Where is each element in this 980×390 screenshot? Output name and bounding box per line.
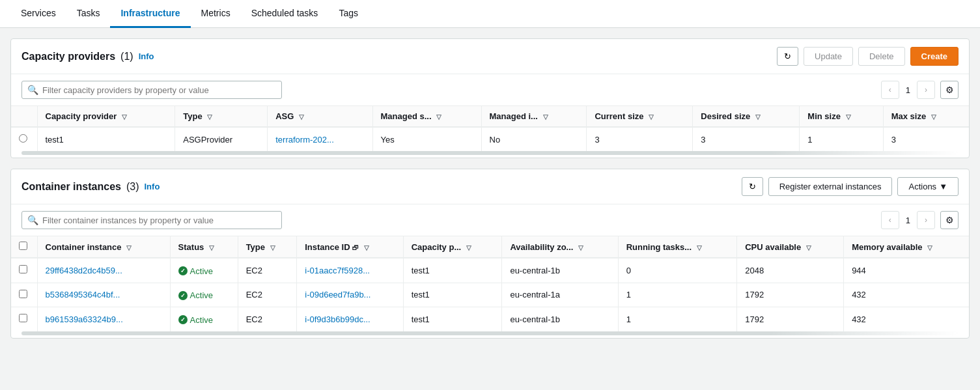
ci-row-check-0[interactable] — [11, 258, 37, 283]
capacity-providers-title-text: Capacity providers — [21, 51, 115, 63]
container-instances-prev-page[interactable]: ‹ — [881, 211, 899, 229]
col-ci-availability-zo[interactable]: Availability zo... ▽ — [502, 236, 618, 258]
ci-row-az-2: eu-central-1b — [502, 307, 618, 331]
cp-row-managed-i-0: No — [481, 127, 587, 151]
tab-tasks[interactable]: Tasks — [66, 0, 111, 28]
ci-row-running-tasks-0: 0 — [618, 258, 737, 283]
container-instances-scrollbar — [21, 331, 959, 335]
tab-infrastructure[interactable]: Infrastructure — [110, 0, 190, 28]
ci-row-capacity-p-1: test1 — [403, 283, 502, 307]
col-ci-instance-id[interactable]: Instance ID 🗗 ▽ — [297, 236, 403, 258]
ci-row-type-0: EC2 — [238, 258, 297, 283]
capacity-providers-actions: ↻ Update Delete Create — [777, 47, 959, 66]
cp-row-desired-size-0: 3 — [693, 127, 800, 151]
tabs-bar: Services Tasks Infrastructure Metrics Sc… — [0, 0, 980, 28]
ci-row-running-tasks-2: 1 — [618, 307, 737, 331]
ci-row-cpu-1: 1792 — [737, 283, 844, 307]
ci-row-memory-0: 944 — [844, 258, 969, 283]
col-ci-cpu-available[interactable]: CPU available ▽ — [737, 236, 844, 258]
container-instances-filter-bar: 🔍 ‹ 1 › ⚙ — [11, 204, 969, 236]
col-min-size[interactable]: Min size ▽ — [800, 106, 883, 127]
capacity-providers-prev-page[interactable]: ‹ — [881, 81, 899, 99]
tab-tags[interactable]: Tags — [328, 0, 369, 28]
cp-row-min-size-0: 1 — [800, 127, 883, 151]
register-external-instances-button[interactable]: Register external instances — [768, 177, 893, 196]
cp-row-name-0: test1 — [37, 127, 175, 151]
table-row: b5368495364c4bf... Active EC2 i-09d6eed7… — [11, 283, 969, 307]
container-instances-refresh-button[interactable]: ↻ — [742, 177, 763, 196]
ci-row-status-1: Active — [170, 283, 238, 307]
col-desired-size[interactable]: Desired size ▽ — [693, 106, 800, 127]
col-capacity-provider[interactable]: Capacity provider ▽ — [37, 106, 175, 127]
container-instances-next-page[interactable]: › — [917, 211, 935, 229]
search-icon: 🔍 — [27, 85, 38, 95]
actions-dropdown-button[interactable]: Actions ▼ — [897, 177, 959, 196]
capacity-providers-header: Capacity providers (1) Info ↻ Update Del… — [11, 39, 969, 74]
container-instances-search-wrapper: 🔍 — [21, 211, 282, 229]
ci-checkbox-1[interactable] — [19, 290, 27, 298]
cp-radio-0[interactable] — [19, 134, 27, 143]
ci-row-running-tasks-1: 1 — [618, 283, 737, 307]
col-type[interactable]: Type ▽ — [175, 106, 268, 127]
container-instances-actions: ↻ Register external instances Actions ▼ — [742, 177, 959, 196]
col-asg[interactable]: ASG ▽ — [268, 106, 372, 127]
col-managed-s[interactable]: Managed s... ▽ — [372, 106, 481, 127]
tab-services[interactable]: Services — [10, 0, 66, 28]
ci-row-az-0: eu-central-1b — [502, 258, 618, 283]
cp-row-current-size-0: 3 — [587, 127, 693, 151]
capacity-providers-search-input[interactable] — [42, 85, 276, 95]
col-ci-status[interactable]: Status ▽ — [170, 236, 238, 258]
capacity-providers-panel: Capacity providers (1) Info ↻ Update Del… — [10, 38, 970, 158]
ci-row-instance-id-0[interactable]: i-01aacc7f5928... — [297, 258, 403, 283]
container-instances-settings-button[interactable]: ⚙ — [940, 211, 959, 229]
update-button[interactable]: Update — [804, 47, 853, 66]
ci-checkbox-2[interactable] — [19, 314, 27, 322]
ci-checkbox-0[interactable] — [19, 265, 27, 273]
delete-button[interactable]: Delete — [858, 47, 905, 66]
container-instances-title-text: Container instances — [21, 181, 121, 193]
table-row: test1 ASGProvider terraform-202... Yes N… — [11, 127, 969, 151]
capacity-providers-info-link[interactable]: Info — [139, 51, 154, 61]
capacity-providers-pagination: ‹ 1 › ⚙ — [881, 81, 959, 99]
create-button[interactable]: Create — [910, 47, 959, 66]
ci-row-instance-1[interactable]: b5368495364c4bf... — [37, 283, 170, 307]
ci-row-check-2[interactable] — [11, 307, 37, 331]
cp-row-radio-0[interactable] — [11, 127, 37, 151]
container-instances-search-input[interactable] — [42, 216, 276, 225]
ci-row-memory-1: 432 — [844, 283, 969, 307]
col-ci-type[interactable]: Type ▽ — [238, 236, 297, 258]
ci-row-cpu-2: 1792 — [737, 307, 844, 331]
container-instances-table: Container instance ▽ Status ▽ Type ▽ Ins… — [11, 236, 969, 331]
cp-row-asg-0[interactable]: terraform-202... — [268, 127, 372, 151]
col-ci-memory-available[interactable]: Memory available ▽ — [844, 236, 969, 258]
ci-row-instance-id-2[interactable]: i-0f9d3b6b99dc... — [297, 307, 403, 331]
col-managed-i[interactable]: Managed i... ▽ — [481, 106, 587, 127]
tab-metrics[interactable]: Metrics — [191, 0, 241, 28]
ci-select-all-checkbox[interactable] — [19, 242, 27, 250]
tab-scheduled-tasks[interactable]: Scheduled tasks — [241, 0, 329, 28]
capacity-providers-refresh-button[interactable]: ↻ — [777, 47, 798, 66]
ci-row-memory-2: 432 — [844, 307, 969, 331]
container-instances-info-link[interactable]: Info — [145, 182, 160, 191]
ci-row-type-1: EC2 — [238, 283, 297, 307]
ci-row-check-1[interactable] — [11, 283, 37, 307]
container-instances-header: Container instances (3) Info ↻ Register … — [11, 169, 969, 204]
col-current-size[interactable]: Current size ▽ — [587, 106, 693, 127]
ci-row-instance-id-1[interactable]: i-09d6eed7fa9b... — [297, 283, 403, 307]
col-max-size[interactable]: Max size ▽ — [883, 106, 969, 127]
col-ci-running-tasks[interactable]: Running tasks... ▽ — [618, 236, 737, 258]
capacity-providers-next-page[interactable]: › — [917, 81, 935, 99]
capacity-providers-filter-bar: 🔍 ‹ 1 › ⚙ — [11, 74, 969, 106]
capacity-providers-settings-button[interactable]: ⚙ — [940, 81, 959, 99]
cp-row-type-0: ASGProvider — [175, 127, 268, 151]
col-ci-capacity-p[interactable]: Capacity p... ▽ — [403, 236, 502, 258]
ci-select-all-col — [11, 236, 37, 258]
cp-row-managed-s-0: Yes — [372, 127, 481, 151]
ci-row-instance-0[interactable]: 29ff6438d2dc4b59... — [37, 258, 170, 283]
container-instances-page-num: 1 — [902, 216, 914, 225]
capacity-providers-select-col — [11, 106, 37, 127]
ci-row-status-0: Active — [170, 258, 238, 283]
col-ci-container-instance[interactable]: Container instance ▽ — [37, 236, 170, 258]
container-instances-panel: Container instances (3) Info ↻ Register … — [10, 169, 970, 339]
ci-row-instance-2[interactable]: b961539a63324b9... — [37, 307, 170, 331]
